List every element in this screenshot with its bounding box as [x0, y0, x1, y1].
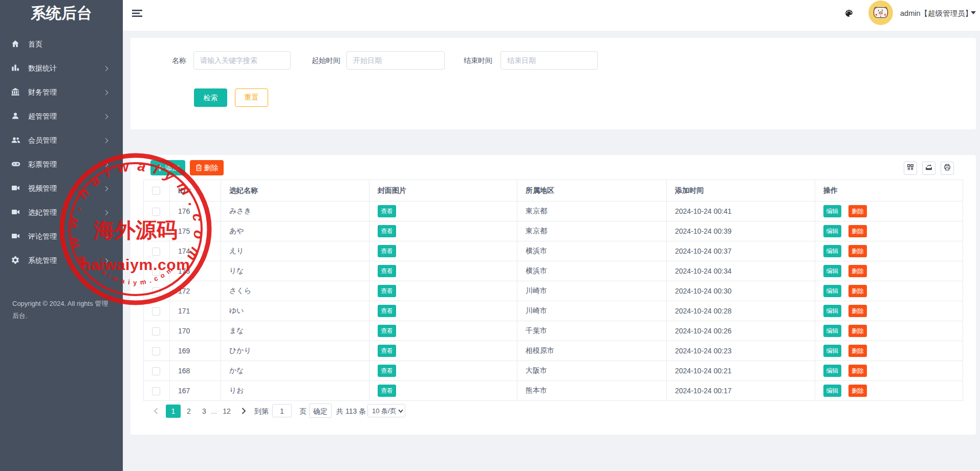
svg-text:海外源码: 海外源码: [93, 218, 178, 242]
